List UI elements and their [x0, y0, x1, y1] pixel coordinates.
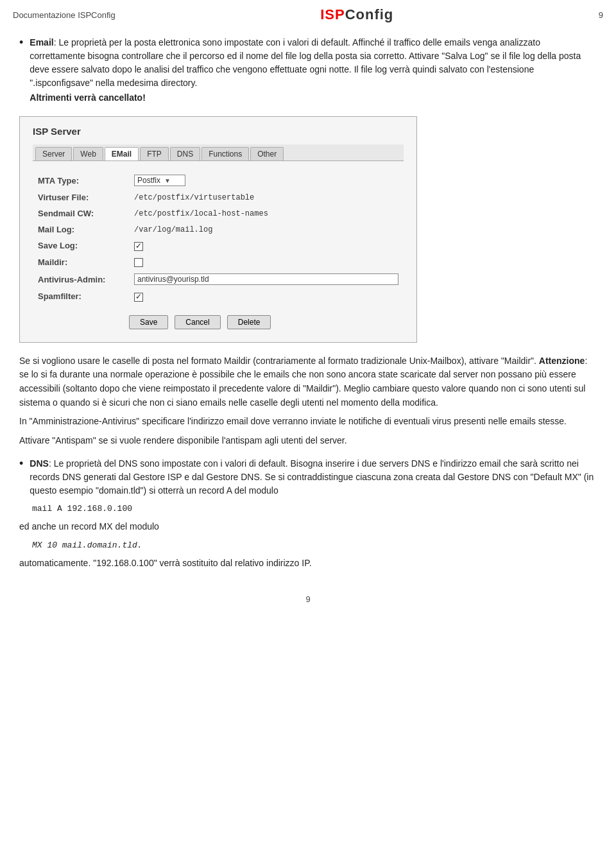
isp-server-box: ISP Server Server Web EMail FTP DNS Func…: [19, 116, 417, 343]
label-sendmail: Sendmail CW:: [33, 205, 129, 221]
mta-type-value: Postfix: [137, 176, 160, 185]
savelog-checkbox[interactable]: [134, 242, 143, 251]
form-table: MTA Type: Postfix ▼ Virtuser File: /etc/…: [33, 171, 404, 305]
page-footer: 9: [0, 588, 616, 610]
field-spamfilter: Spamfilter:: [33, 288, 404, 305]
save-button[interactable]: Save: [129, 315, 168, 329]
cancel-button[interactable]: Cancel: [175, 315, 220, 329]
email-section: • Email: Le proprietà per la posta elett…: [19, 36, 597, 105]
maildir-checkbox[interactable]: [134, 258, 143, 267]
code-2-intro-text: ed anche un record MX del modulo: [19, 521, 159, 531]
value-savelog: [129, 238, 404, 254]
dns-label: DNS: [30, 458, 49, 469]
email-text: Email: Le proprietà per la posta elettro…: [30, 36, 597, 105]
body-para-2: In "Amministrazione-Antivirus" specifica…: [19, 415, 597, 429]
value-maillog: /var/log/mail.log: [129, 221, 404, 238]
label-maildir: Maildir:: [33, 254, 129, 271]
page-number-top: 9: [599, 10, 603, 20]
code-2-intro: ed anche un record MX del modulo: [19, 520, 597, 534]
body-para-1: Se si vogliono usare le caselle di posta…: [19, 354, 597, 410]
antivirus-input[interactable]: antivirus@yourisp.tld: [134, 273, 398, 285]
email-body: : Le proprietà per la posta elettronica …: [30, 37, 581, 88]
tab-bar: Server Web EMail FTP DNS Functions Other: [33, 144, 404, 161]
value-sendmail: /etc/postfix/local-host-names: [129, 205, 404, 221]
field-sendmail: Sendmail CW: /etc/postfix/local-host-nam…: [33, 205, 404, 221]
altrimenti-text: Altrimenti verrà cancellato!: [30, 91, 597, 105]
tab-other[interactable]: Other: [250, 147, 284, 160]
label-mta-type: MTA Type:: [33, 171, 129, 189]
tab-ftp[interactable]: FTP: [140, 147, 169, 160]
field-antivirus: Antivirus-Admin: antivirus@yourisp.tld: [33, 270, 404, 288]
email-label: Email: [30, 37, 53, 48]
spamfilter-checkbox[interactable]: [134, 293, 143, 302]
field-savelog: Save Log:: [33, 238, 404, 254]
body-text-2: In "Amministrazione-Antivirus" specifica…: [19, 416, 567, 426]
code-block-2: MX 10 mail.domain.tld.: [32, 540, 597, 550]
select-arrow-icon: ▼: [164, 177, 171, 184]
bullet-dot-email: •: [19, 35, 23, 51]
dns-section: • DNS: Le proprietà del DNS sono imposta…: [19, 457, 597, 497]
page-number-footer: 9: [305, 594, 310, 604]
field-mta-type: MTA Type: Postfix ▼: [33, 171, 404, 189]
label-maillog: Mail Log:: [33, 221, 129, 238]
tab-server[interactable]: Server: [35, 147, 72, 160]
body-text-1a: Se si vogliono usare le caselle di posta…: [19, 356, 539, 366]
tab-web[interactable]: Web: [73, 147, 103, 160]
dns-text: DNS: Le proprietà del DNS sono impostate…: [30, 457, 597, 497]
logo: ISPConfig: [320, 6, 393, 23]
code-3-text: automaticamente. "192.168.0.100" verrà s…: [19, 558, 312, 568]
page-header: Documentazione ISPConfig ISPConfig 9: [0, 0, 616, 27]
value-spamfilter: [129, 288, 404, 305]
field-maillog: Mail Log: /var/log/mail.log: [33, 221, 404, 238]
body-para-3: Attivare "Antispam" se si vuole rendere …: [19, 434, 597, 448]
logo-config: Config: [345, 6, 394, 22]
delete-button[interactable]: Delete: [227, 315, 271, 329]
attenzione-label: Attenzione: [539, 356, 585, 366]
code-block-1: mail A 192.168.0.100: [32, 504, 597, 514]
value-virtuser: /etc/postfix/virtusertable: [129, 189, 404, 205]
doc-title: Documentazione ISPConfig: [13, 10, 116, 20]
field-virtuser: Virtuser File: /etc/postfix/virtusertabl…: [33, 189, 404, 205]
dns-body: : Le proprietà del DNS sono impostate co…: [30, 458, 594, 496]
body-text-3: Attivare "Antispam" se si vuole rendere …: [19, 435, 347, 445]
field-maildir: Maildir:: [33, 254, 404, 271]
tab-functions[interactable]: Functions: [201, 147, 249, 160]
label-spamfilter: Spamfilter:: [33, 288, 129, 305]
main-content: • Email: Le proprietà per la posta elett…: [0, 27, 616, 588]
value-maildir: [129, 254, 404, 271]
bullet-dot-dns: •: [19, 456, 23, 472]
logo-isp: ISP: [320, 6, 345, 22]
isp-server-title: ISP Server: [33, 126, 404, 137]
label-savelog: Save Log:: [33, 238, 129, 254]
value-antivirus: antivirus@yourisp.tld: [129, 270, 404, 288]
code-3-intro: automaticamente. "192.168.0.100" verrà s…: [19, 557, 597, 571]
tab-email[interactable]: EMail: [105, 147, 139, 160]
tab-dns[interactable]: DNS: [170, 147, 200, 160]
label-antivirus: Antivirus-Admin:: [33, 270, 129, 288]
value-mta-type: Postfix ▼: [129, 171, 404, 189]
mta-type-select[interactable]: Postfix ▼: [134, 175, 185, 186]
label-virtuser: Virtuser File:: [33, 189, 129, 205]
code-1-text: mail A 192.168.0.100: [32, 504, 132, 514]
code-2-text: MX 10 mail.domain.tld.: [32, 540, 142, 550]
button-row: Save Cancel Delete: [33, 315, 404, 329]
